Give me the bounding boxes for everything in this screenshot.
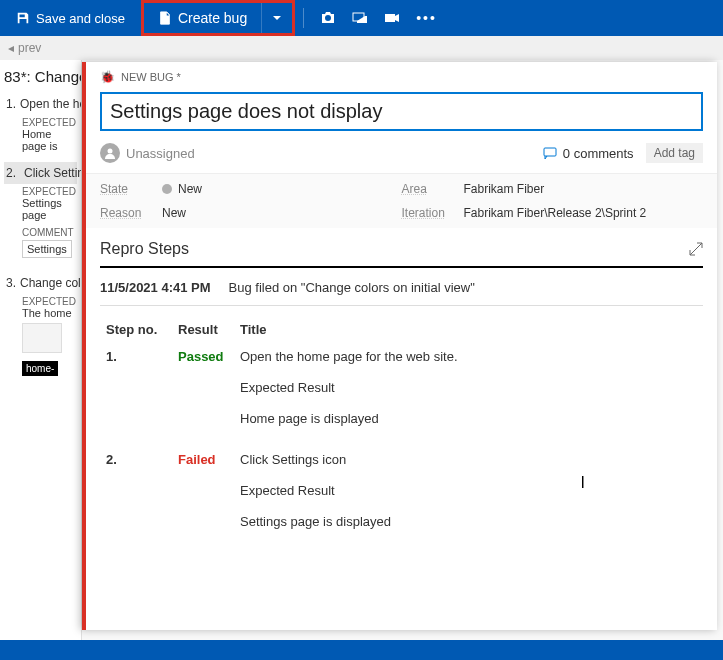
reason-label: Reason (100, 206, 148, 220)
repro-body: 11/5/2021 4:41 PM Bug filed on "Change c… (86, 266, 717, 630)
bottom-bar (0, 640, 723, 660)
bug-title-input[interactable] (100, 92, 703, 131)
reason-field[interactable]: New (162, 206, 186, 220)
repro-table: Step no. Result Title 1.PassedOpen the h… (100, 314, 703, 551)
thumbnail[interactable] (22, 323, 62, 353)
chevron-down-icon (272, 13, 282, 23)
create-bug-label: Create bug (178, 10, 247, 26)
repro-step-row: 1.PassedOpen the home page for the web s… (102, 345, 701, 446)
expand-icon[interactable] (689, 242, 703, 256)
bug-fields: State New Reason New Area Fabrikam Fiber… (86, 173, 717, 228)
repro-steps-header: Repro Steps (86, 228, 717, 266)
bug-meta-row: Unassigned 0 comments Add tag (86, 139, 717, 173)
comment-label: COMMENT (22, 227, 77, 238)
prev-bar[interactable]: ◂ prev (0, 36, 723, 60)
repro-timestamp: 11/5/2021 4:41 PM (100, 280, 211, 295)
expected-value: Home page is (22, 128, 77, 152)
repro-context: Bug filed on "Change colors on initial v… (229, 280, 475, 295)
save-icon (16, 11, 30, 25)
test-case-title: 83*: Change colors (4, 68, 77, 85)
svg-rect-1 (385, 14, 395, 22)
comments-count: 0 comments (563, 146, 634, 161)
add-tag-button[interactable]: Add tag (646, 143, 703, 163)
svg-rect-3 (544, 148, 556, 156)
save-close-label: Save and close (36, 11, 125, 26)
create-bug-button[interactable]: Create bug (144, 3, 261, 33)
col-step-header: Step no. (102, 316, 172, 343)
create-bug-highlight: Create bug (141, 0, 295, 36)
test-step-3[interactable]: 3. Change color (4, 272, 77, 294)
col-title-header: Title (236, 316, 701, 343)
expected-value: The home (22, 307, 77, 319)
avatar-icon (100, 143, 120, 163)
capture-button[interactable] (344, 0, 376, 36)
assignee-label: Unassigned (126, 146, 195, 161)
state-dot-icon (162, 184, 172, 194)
step-detail: Open the home page for the web site.Expe… (236, 345, 701, 446)
new-bug-panel: 🐞 NEW BUG * Unassigned 0 comments Add ta… (82, 62, 717, 630)
area-field[interactable]: Fabrikam Fiber (464, 182, 545, 196)
repro-heading: Repro Steps (100, 240, 189, 258)
expected-value: Settings page (22, 197, 77, 221)
iteration-field[interactable]: Fabrikam Fiber\Release 2\Sprint 2 (464, 206, 647, 220)
svg-point-2 (108, 149, 113, 154)
bug-icon: 🐞 (100, 70, 115, 84)
bug-type-label: NEW BUG * (121, 71, 181, 83)
state-field[interactable]: New (162, 182, 202, 196)
iteration-label: Iteration (402, 206, 450, 220)
step-detail: Click Settings iconExpected ResultSettin… (236, 448, 701, 549)
step-num: 1. (102, 345, 172, 446)
step-result: Failed (174, 448, 234, 549)
more-button[interactable]: ••• (408, 0, 445, 36)
expected-label: EXPECTED (22, 296, 77, 307)
attachment-chip[interactable]: home- (22, 361, 58, 376)
prev-label: prev (18, 41, 41, 55)
test-steps-panel: 83*: Change colors 1. Open the home EXPE… (0, 60, 82, 640)
create-bug-dropdown[interactable] (261, 3, 292, 33)
state-label: State (100, 182, 148, 196)
video-icon (384, 10, 400, 26)
step-num: 2. (102, 448, 172, 549)
comment-input[interactable]: Settings (22, 240, 72, 258)
bug-type-header: 🐞 NEW BUG * (86, 62, 717, 88)
camera-icon (320, 10, 336, 26)
document-icon (158, 11, 172, 25)
step-result: Passed (174, 345, 234, 446)
assignee-picker[interactable]: Unassigned (100, 143, 195, 163)
save-close-button[interactable]: Save and close (6, 0, 135, 36)
col-result-header: Result (174, 316, 234, 343)
area-label: Area (402, 182, 450, 196)
ellipsis-icon: ••• (416, 10, 437, 26)
repro-step-row: 2.FailedClick Settings iconExpected Resu… (102, 448, 701, 549)
divider (100, 266, 703, 268)
record-button[interactable] (376, 0, 408, 36)
toolbar-divider (303, 8, 304, 28)
chevron-left-icon: ◂ (8, 41, 14, 55)
screenshot-button[interactable] (312, 0, 344, 36)
text-cursor-icon: I (581, 474, 585, 492)
expected-label: EXPECTED (22, 186, 77, 197)
test-step-2[interactable]: 2. Click Settings (4, 162, 77, 184)
comment-icon (543, 146, 557, 160)
expected-label: EXPECTED (22, 117, 77, 128)
test-step-1[interactable]: 1. Open the home (4, 93, 77, 115)
rectangle-icon (352, 10, 368, 26)
comments-link[interactable]: 0 comments (543, 146, 634, 161)
top-toolbar: Save and close Create bug ••• (0, 0, 723, 36)
